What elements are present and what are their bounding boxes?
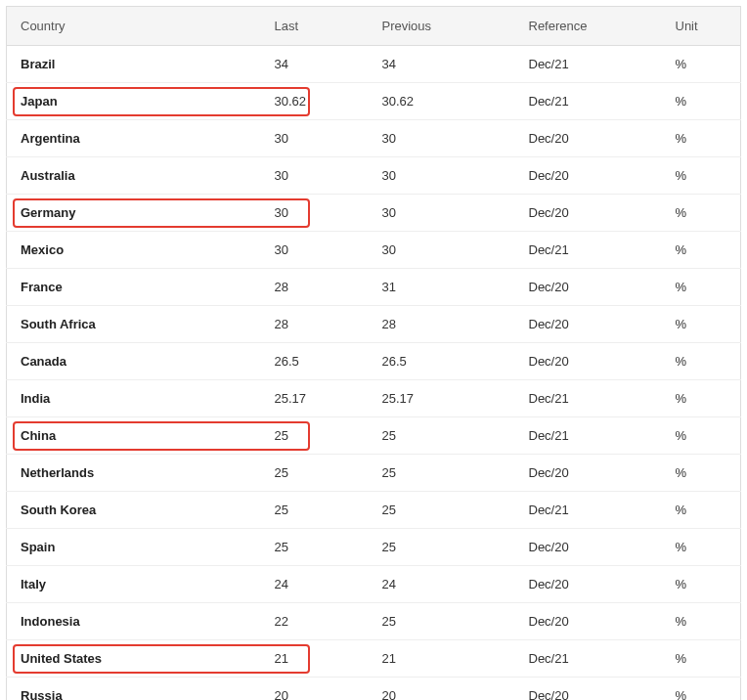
cell-previous: 25.17 xyxy=(369,380,515,417)
header-previous[interactable]: Previous xyxy=(369,7,515,46)
cell-previous: 21 xyxy=(369,640,515,678)
cell-last: 20 xyxy=(261,678,369,701)
country-link[interactable]: Netherlands xyxy=(21,465,94,480)
cell-previous: 31 xyxy=(369,269,515,306)
table-row: Australia3030Dec/20% xyxy=(7,157,741,195)
table-row: Brazil3434Dec/21% xyxy=(7,46,741,83)
cell-unit: % xyxy=(662,380,741,417)
cell-previous: 20 xyxy=(369,678,515,701)
table-row: Canada26.526.5Dec/20% xyxy=(7,343,741,380)
country-link[interactable]: Mexico xyxy=(21,242,64,257)
cell-unit: % xyxy=(662,195,741,232)
cell-unit: % xyxy=(662,678,741,701)
cell-unit: % xyxy=(662,232,741,269)
cell-last: 28 xyxy=(261,269,369,306)
cell-previous: 28 xyxy=(369,306,515,343)
cell-unit: % xyxy=(662,417,741,455)
cell-unit: % xyxy=(662,455,741,492)
cell-unit: % xyxy=(662,120,741,157)
cell-unit: % xyxy=(662,640,741,678)
cell-previous: 30 xyxy=(369,232,515,269)
cell-reference: Dec/21 xyxy=(515,46,662,83)
cell-reference: Dec/20 xyxy=(515,120,662,157)
cell-reference: Dec/21 xyxy=(515,417,662,455)
table-row: France2831Dec/20% xyxy=(7,269,741,306)
cell-last: 28 xyxy=(261,306,369,343)
country-link[interactable]: Italy xyxy=(21,577,46,591)
country-link[interactable]: China xyxy=(21,428,56,443)
cell-last: 24 xyxy=(261,566,369,603)
cell-unit: % xyxy=(662,529,741,566)
table-row: Italy2424Dec/20% xyxy=(7,566,741,603)
cell-reference: Dec/21 xyxy=(515,380,662,417)
cell-reference: Dec/20 xyxy=(515,455,662,492)
cell-unit: % xyxy=(662,46,741,83)
cell-last: 25.17 xyxy=(261,380,369,417)
country-link[interactable]: Spain xyxy=(21,540,55,554)
country-link[interactable]: Brazil xyxy=(21,57,55,71)
header-reference[interactable]: Reference xyxy=(515,7,662,46)
header-unit[interactable]: Unit xyxy=(662,7,741,46)
cell-previous: 30 xyxy=(369,195,515,232)
table-row: United States2121Dec/21% xyxy=(7,640,741,678)
cell-unit: % xyxy=(662,566,741,603)
country-link[interactable]: Australia xyxy=(21,168,75,183)
country-link[interactable]: United States xyxy=(21,651,102,666)
country-link[interactable]: France xyxy=(21,280,63,294)
cell-reference: Dec/20 xyxy=(515,306,662,343)
cell-last: 25 xyxy=(261,455,369,492)
table-row: Netherlands2525Dec/20% xyxy=(7,455,741,492)
cell-previous: 25 xyxy=(369,603,515,640)
cell-previous: 30 xyxy=(369,120,515,157)
country-link[interactable]: Indonesia xyxy=(21,614,80,629)
country-link[interactable]: Canada xyxy=(21,354,66,369)
cell-reference: Dec/20 xyxy=(515,157,662,195)
table-row: Indonesia2225Dec/20% xyxy=(7,603,741,640)
cell-previous: 34 xyxy=(369,46,515,83)
cell-unit: % xyxy=(662,306,741,343)
cell-reference: Dec/21 xyxy=(515,492,662,529)
cell-previous: 24 xyxy=(369,566,515,603)
cell-reference: Dec/21 xyxy=(515,232,662,269)
cell-reference: Dec/20 xyxy=(515,566,662,603)
country-link[interactable]: South Korea xyxy=(21,503,96,517)
cell-previous: 25 xyxy=(369,417,515,455)
table-row: South Korea2525Dec/21% xyxy=(7,492,741,529)
cell-reference: Dec/20 xyxy=(515,678,662,701)
cell-reference: Dec/20 xyxy=(515,603,662,640)
country-link[interactable]: India xyxy=(21,391,50,406)
cell-last: 25 xyxy=(261,417,369,455)
cell-last: 30 xyxy=(261,157,369,195)
cell-last: 22 xyxy=(261,603,369,640)
cell-previous: 25 xyxy=(369,492,515,529)
cell-reference: Dec/20 xyxy=(515,269,662,306)
cell-unit: % xyxy=(662,492,741,529)
cell-last: 25 xyxy=(261,529,369,566)
cell-reference: Dec/20 xyxy=(515,195,662,232)
table-row: Germany3030Dec/20% xyxy=(7,195,741,232)
cell-previous: 26.5 xyxy=(369,343,515,380)
cell-previous: 25 xyxy=(369,455,515,492)
cell-unit: % xyxy=(662,343,741,380)
country-link[interactable]: Germany xyxy=(21,205,75,220)
cell-last: 26.5 xyxy=(261,343,369,380)
cell-last: 25 xyxy=(261,492,369,529)
country-link[interactable]: Argentina xyxy=(21,131,80,146)
cell-reference: Dec/21 xyxy=(515,640,662,678)
cell-unit: % xyxy=(662,269,741,306)
table-row: China2525Dec/21% xyxy=(7,417,741,455)
header-country[interactable]: Country xyxy=(7,7,261,46)
table-row: Russia2020Dec/20% xyxy=(7,678,741,701)
cell-unit: % xyxy=(662,603,741,640)
cell-reference: Dec/20 xyxy=(515,529,662,566)
table-header-row: Country Last Previous Reference Unit xyxy=(7,7,741,46)
cell-previous: 30 xyxy=(369,157,515,195)
table-row: Argentina3030Dec/20% xyxy=(7,120,741,157)
cell-previous: 30.62 xyxy=(369,83,515,120)
table-row: Spain2525Dec/20% xyxy=(7,529,741,566)
cell-last: 30 xyxy=(261,120,369,157)
country-link[interactable]: Japan xyxy=(21,94,58,109)
country-link[interactable]: South Africa xyxy=(21,317,96,331)
country-link[interactable]: Russia xyxy=(21,688,63,700)
header-last[interactable]: Last xyxy=(261,7,369,46)
